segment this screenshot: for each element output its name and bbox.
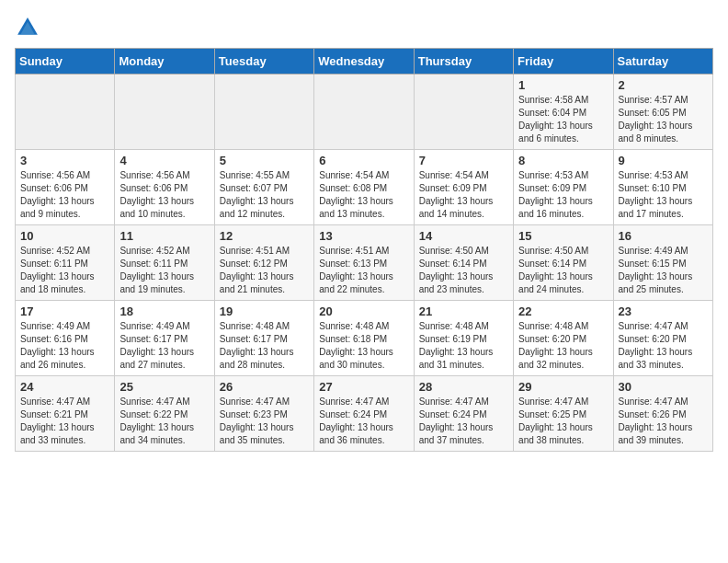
day-number: 2 [619,78,708,92]
calendar-cell: 15Sunrise: 4:50 AM Sunset: 6:14 PM Dayli… [514,225,613,301]
weekday-header-sunday: Sunday [16,49,115,75]
day-number: 29 [518,380,608,394]
day-info: Sunrise: 4:54 AM Sunset: 6:09 PM Dayligh… [419,169,508,221]
calendar-cell [115,75,214,150]
calendar-week-row: 3Sunrise: 4:56 AM Sunset: 6:06 PM Daylig… [16,150,713,225]
day-info: Sunrise: 4:49 AM Sunset: 6:16 PM Dayligh… [20,320,109,372]
calendar-cell [314,75,414,150]
day-info: Sunrise: 4:53 AM Sunset: 6:10 PM Dayligh… [619,169,708,221]
day-number: 8 [518,154,608,167]
day-info: Sunrise: 4:51 AM Sunset: 6:13 PM Dayligh… [319,245,408,296]
day-number: 7 [419,154,508,167]
day-number: 18 [119,304,209,318]
day-info: Sunrise: 4:51 AM Sunset: 6:12 PM Dayligh… [220,245,309,296]
calendar-cell: 3Sunrise: 4:56 AM Sunset: 6:06 PM Daylig… [16,150,115,225]
calendar-cell: 30Sunrise: 4:47 AM Sunset: 6:26 PM Dayli… [613,376,712,452]
calendar-cell [214,75,313,150]
day-number: 21 [419,304,508,318]
calendar-week-row: 10Sunrise: 4:52 AM Sunset: 6:11 PM Dayli… [16,225,713,301]
header [15,15,713,40]
day-number: 3 [20,154,109,167]
calendar-cell: 8Sunrise: 4:53 AM Sunset: 6:09 PM Daylig… [514,150,613,225]
calendar-cell: 20Sunrise: 4:48 AM Sunset: 6:18 PM Dayli… [314,301,414,376]
calendar: SundayMondayTuesdayWednesdayThursdayFrid… [15,48,713,452]
calendar-cell: 7Sunrise: 4:54 AM Sunset: 6:09 PM Daylig… [414,150,513,225]
day-info: Sunrise: 4:52 AM Sunset: 6:11 PM Dayligh… [20,245,109,296]
day-number: 20 [319,304,408,318]
calendar-header-row: SundayMondayTuesdayWednesdayThursdayFrid… [16,49,713,75]
day-info: Sunrise: 4:48 AM Sunset: 6:19 PM Dayligh… [419,320,508,372]
calendar-cell: 23Sunrise: 4:47 AM Sunset: 6:20 PM Dayli… [613,301,712,376]
day-info: Sunrise: 4:47 AM Sunset: 6:24 PM Dayligh… [419,396,508,447]
calendar-cell: 2Sunrise: 4:57 AM Sunset: 6:05 PM Daylig… [613,75,712,150]
day-info: Sunrise: 4:47 AM Sunset: 6:20 PM Dayligh… [619,320,708,372]
calendar-cell: 14Sunrise: 4:50 AM Sunset: 6:14 PM Dayli… [414,225,513,301]
day-info: Sunrise: 4:47 AM Sunset: 6:24 PM Dayligh… [319,396,408,447]
calendar-cell: 5Sunrise: 4:55 AM Sunset: 6:07 PM Daylig… [214,150,313,225]
calendar-cell: 28Sunrise: 4:47 AM Sunset: 6:24 PM Dayli… [414,376,513,452]
day-number: 10 [20,229,109,243]
day-info: Sunrise: 4:47 AM Sunset: 6:23 PM Dayligh… [220,396,309,447]
day-info: Sunrise: 4:55 AM Sunset: 6:07 PM Dayligh… [220,169,309,221]
calendar-cell: 26Sunrise: 4:47 AM Sunset: 6:23 PM Dayli… [214,376,313,452]
day-number: 23 [619,304,708,318]
calendar-cell [16,75,115,150]
calendar-week-row: 24Sunrise: 4:47 AM Sunset: 6:21 PM Dayli… [16,376,713,452]
day-info: Sunrise: 4:54 AM Sunset: 6:08 PM Dayligh… [319,169,408,221]
day-number: 9 [619,154,708,167]
day-info: Sunrise: 4:47 AM Sunset: 6:21 PM Dayligh… [20,396,109,447]
day-number: 4 [119,154,209,167]
day-info: Sunrise: 4:47 AM Sunset: 6:25 PM Dayligh… [518,396,608,447]
calendar-cell: 24Sunrise: 4:47 AM Sunset: 6:21 PM Dayli… [16,376,115,452]
calendar-week-row: 17Sunrise: 4:49 AM Sunset: 6:16 PM Dayli… [16,301,713,376]
day-number: 12 [220,229,309,243]
day-number: 17 [20,304,109,318]
weekday-header-wednesday: Wednesday [314,49,414,75]
calendar-cell: 18Sunrise: 4:49 AM Sunset: 6:17 PM Dayli… [115,301,214,376]
calendar-cell: 21Sunrise: 4:48 AM Sunset: 6:19 PM Dayli… [414,301,513,376]
day-number: 25 [119,380,209,394]
logo [15,15,44,40]
weekday-header-tuesday: Tuesday [214,49,313,75]
day-info: Sunrise: 4:53 AM Sunset: 6:09 PM Dayligh… [518,169,608,221]
day-info: Sunrise: 4:49 AM Sunset: 6:17 PM Dayligh… [119,320,209,372]
day-info: Sunrise: 4:48 AM Sunset: 6:18 PM Dayligh… [319,320,408,372]
weekday-header-thursday: Thursday [414,49,513,75]
day-info: Sunrise: 4:57 AM Sunset: 6:05 PM Dayligh… [619,94,708,145]
day-number: 27 [319,380,408,394]
day-number: 5 [220,154,309,167]
day-info: Sunrise: 4:58 AM Sunset: 6:04 PM Dayligh… [518,94,608,145]
calendar-cell: 1Sunrise: 4:58 AM Sunset: 6:04 PM Daylig… [514,75,613,150]
calendar-cell: 12Sunrise: 4:51 AM Sunset: 6:12 PM Dayli… [214,225,313,301]
calendar-cell: 19Sunrise: 4:48 AM Sunset: 6:17 PM Dayli… [214,301,313,376]
calendar-cell: 16Sunrise: 4:49 AM Sunset: 6:15 PM Dayli… [613,225,712,301]
day-number: 13 [319,229,408,243]
day-info: Sunrise: 4:50 AM Sunset: 6:14 PM Dayligh… [419,245,508,296]
logo-icon [15,15,40,40]
calendar-cell: 6Sunrise: 4:54 AM Sunset: 6:08 PM Daylig… [314,150,414,225]
calendar-cell: 10Sunrise: 4:52 AM Sunset: 6:11 PM Dayli… [16,225,115,301]
calendar-cell: 27Sunrise: 4:47 AM Sunset: 6:24 PM Dayli… [314,376,414,452]
day-number: 1 [518,78,608,92]
weekday-header-monday: Monday [115,49,214,75]
day-number: 6 [319,154,408,167]
day-info: Sunrise: 4:50 AM Sunset: 6:14 PM Dayligh… [518,245,608,296]
day-info: Sunrise: 4:52 AM Sunset: 6:11 PM Dayligh… [119,245,209,296]
day-number: 11 [119,229,209,243]
calendar-cell: 11Sunrise: 4:52 AM Sunset: 6:11 PM Dayli… [115,225,214,301]
day-number: 15 [518,229,608,243]
day-info: Sunrise: 4:48 AM Sunset: 6:20 PM Dayligh… [518,320,608,372]
calendar-cell: 17Sunrise: 4:49 AM Sunset: 6:16 PM Dayli… [16,301,115,376]
day-number: 16 [619,229,708,243]
calendar-cell: 25Sunrise: 4:47 AM Sunset: 6:22 PM Dayli… [115,376,214,452]
day-info: Sunrise: 4:48 AM Sunset: 6:17 PM Dayligh… [220,320,309,372]
day-number: 26 [220,380,309,394]
calendar-week-row: 1Sunrise: 4:58 AM Sunset: 6:04 PM Daylig… [16,75,713,150]
day-info: Sunrise: 4:56 AM Sunset: 6:06 PM Dayligh… [119,169,209,221]
day-number: 22 [518,304,608,318]
calendar-cell: 9Sunrise: 4:53 AM Sunset: 6:10 PM Daylig… [613,150,712,225]
day-info: Sunrise: 4:49 AM Sunset: 6:15 PM Dayligh… [619,245,708,296]
weekday-header-friday: Friday [514,49,613,75]
calendar-cell: 22Sunrise: 4:48 AM Sunset: 6:20 PM Dayli… [514,301,613,376]
day-number: 30 [619,380,708,394]
